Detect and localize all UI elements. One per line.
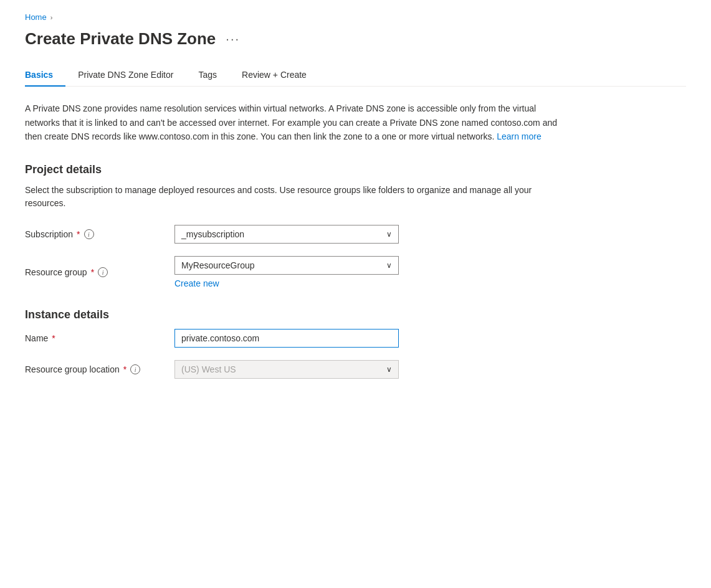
resource-group-info-icon[interactable]: i <box>98 267 108 277</box>
description-text: A Private DNS zone provides name resolut… <box>25 103 557 141</box>
resource-group-row: Resource group * i MyResourceGroup ∨ Cre… <box>25 256 686 288</box>
name-row: Name * <box>25 329 686 348</box>
resource-group-chevron: ∨ <box>386 261 392 270</box>
project-details-title: Project details <box>25 163 686 176</box>
name-label: Name * <box>25 333 162 343</box>
subscription-required: * <box>77 229 80 239</box>
subscription-info-icon[interactable]: i <box>84 229 94 239</box>
subscription-row: Subscription * i _mysubscription ∨ <box>25 225 686 244</box>
page-title: Create Private DNS Zone <box>25 29 216 49</box>
ellipsis-button[interactable]: ··· <box>223 32 242 46</box>
subscription-label: Subscription * i <box>25 229 162 239</box>
project-details-description: Select the subscription to manage deploy… <box>25 184 573 210</box>
learn-more-link[interactable]: Learn more <box>497 131 542 141</box>
location-control: (US) West US ∨ <box>174 360 399 379</box>
subscription-dropdown[interactable]: _mysubscription ∨ <box>174 225 399 244</box>
location-dropdown[interactable]: (US) West US ∨ <box>174 360 399 379</box>
resource-group-control: MyResourceGroup ∨ Create new <box>174 256 399 288</box>
location-chevron: ∨ <box>386 365 392 374</box>
subscription-chevron: ∨ <box>386 230 392 239</box>
location-value: (US) West US <box>181 364 236 374</box>
description-box: A Private DNS zone provides name resolut… <box>25 102 573 143</box>
breadcrumb-home-link[interactable]: Home <box>25 12 47 22</box>
tab-tags[interactable]: Tags <box>186 64 229 86</box>
resource-group-required: * <box>91 267 94 277</box>
project-details-section: Project details Select the subscription … <box>25 163 686 288</box>
tab-dns-zone-editor[interactable]: Private DNS Zone Editor <box>65 64 186 86</box>
subscription-value: _mysubscription <box>181 229 244 239</box>
breadcrumb: Home › <box>25 12 686 22</box>
create-new-link[interactable]: Create new <box>174 278 399 288</box>
location-label: Resource group location * i <box>25 364 162 374</box>
location-info-icon[interactable]: i <box>130 364 140 374</box>
name-input[interactable] <box>174 329 399 348</box>
tab-bar: Basics Private DNS Zone Editor Tags Revi… <box>25 64 686 87</box>
page-title-row: Create Private DNS Zone ··· <box>25 29 686 49</box>
name-required: * <box>52 333 55 343</box>
location-row: Resource group location * i (US) West US… <box>25 360 686 379</box>
subscription-control: _mysubscription ∨ <box>174 225 399 244</box>
instance-details-section: Instance details Name * Resource group l… <box>25 308 686 379</box>
location-required: * <box>123 364 126 374</box>
name-control <box>174 329 399 348</box>
tab-basics[interactable]: Basics <box>25 64 65 86</box>
resource-group-value: MyResourceGroup <box>181 260 255 270</box>
breadcrumb-separator: › <box>50 14 53 21</box>
resource-group-label: Resource group * i <box>25 267 162 277</box>
resource-group-dropdown[interactable]: MyResourceGroup ∨ <box>174 256 399 275</box>
instance-details-title: Instance details <box>25 308 686 321</box>
tab-review-create[interactable]: Review + Create <box>229 64 319 86</box>
